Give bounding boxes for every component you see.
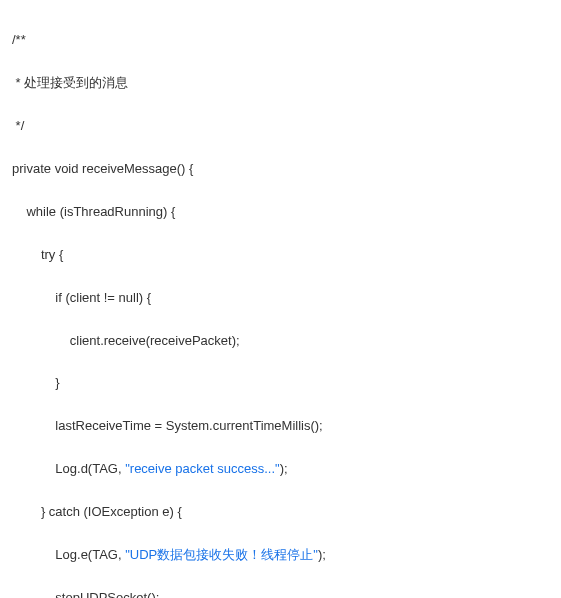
code-line: try {: [12, 244, 549, 265]
code-text: Log.d(TAG,: [12, 461, 125, 476]
code-block: /** * 处理接受到的消息 */ private void receiveMe…: [12, 8, 549, 598]
code-line: while (isThreadRunning) {: [12, 201, 549, 222]
code-line: }: [12, 372, 549, 393]
code-text: Log.e(TAG,: [12, 547, 125, 562]
code-string: "receive packet success...": [125, 461, 279, 476]
code-line: Log.d(TAG, "receive packet success...");: [12, 458, 549, 479]
code-line: */: [12, 115, 549, 136]
code-line: Log.e(TAG, "UDP数据包接收失败！线程停止");: [12, 544, 549, 565]
code-line: /**: [12, 29, 549, 50]
code-text: );: [318, 547, 326, 562]
code-line: if (client != null) {: [12, 287, 549, 308]
code-text: );: [280, 461, 288, 476]
code-line: } catch (IOException e) {: [12, 501, 549, 522]
code-line: client.receive(receivePacket);: [12, 330, 549, 351]
code-line: * 处理接受到的消息: [12, 72, 549, 93]
code-string: "UDP数据包接收失败！线程停止": [125, 547, 318, 562]
code-line: stopUDPSocket();: [12, 587, 549, 598]
code-line: lastReceiveTime = System.currentTimeMill…: [12, 415, 549, 436]
code-line: private void receiveMessage() {: [12, 158, 549, 179]
